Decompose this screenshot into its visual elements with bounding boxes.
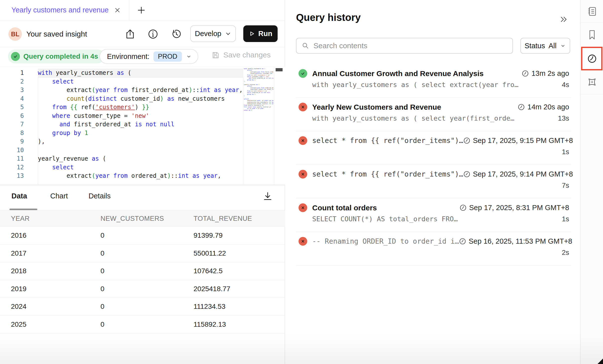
code-line[interactable]: 4 count(distinct customer_id) as new_cus… (0, 94, 243, 103)
status-filter-label: Status (525, 42, 545, 50)
table-cell: 115892.13 (194, 320, 285, 328)
tab-title: Yearly customers and revenue (11, 6, 109, 14)
table-cell: 111234.53 (194, 303, 285, 311)
status-success-icon (299, 69, 307, 78)
code-text: and first_ordered_at is not null (29, 121, 174, 128)
info-icon[interactable] (147, 28, 159, 40)
history-item-title: select * from {{ ref("order_items")… (312, 170, 463, 178)
status-error-icon (299, 103, 307, 111)
status-error-icon (299, 203, 307, 212)
history-clock-icon[interactable] (586, 53, 598, 65)
history-item[interactable]: Yearly New Customers and Revenue14m 20s … (296, 98, 571, 131)
code-text: with yearly_customers as ( (29, 69, 131, 76)
share-icon[interactable] (124, 28, 136, 40)
insight-title: Your saved insight (26, 30, 87, 38)
tab-data[interactable]: Data (11, 192, 27, 200)
code-text: select (29, 78, 74, 85)
editor-minimap[interactable]: with yearly_customers as ( select extrac… (244, 68, 274, 184)
code-line[interactable]: 2 select (0, 77, 243, 86)
line-number: 12 (0, 164, 29, 171)
develop-dropdown[interactable]: Develop (190, 25, 236, 42)
minimap-line: order by 1 (244, 109, 274, 111)
history-item-duration: 2s (562, 249, 569, 257)
code-line[interactable]: 11yearly_revenue as ( (0, 154, 243, 163)
history-item-time: Sep 16, 2025, 11:53 PM GMT+8 (459, 237, 572, 245)
table-cell: 0 (100, 249, 194, 257)
column-header: NEW_CUSTOMERS (100, 215, 194, 223)
history-item-time: 13m 2s ago (522, 69, 569, 78)
history-item-duration: 1s (562, 215, 569, 223)
panel-title: Query history (296, 12, 361, 23)
run-button[interactable]: Run (243, 25, 278, 42)
save-changes-button[interactable]: Save changes (211, 50, 271, 59)
history-item-time: 14m 20s ago (518, 103, 569, 111)
success-check-icon (11, 52, 20, 61)
search-input[interactable] (313, 42, 507, 50)
version-history-icon[interactable] (171, 28, 182, 40)
table-row: 20170550011.22 (0, 245, 285, 263)
table-cell: 550011.22 (194, 249, 285, 257)
code-text: extract(year from first_ordered_at)::int… (29, 87, 243, 93)
search-icon (302, 42, 309, 50)
status-filter-dropdown[interactable]: Status All (520, 38, 570, 54)
history-controls: Status All (296, 38, 570, 54)
code-line[interactable]: 9), (0, 137, 243, 146)
insight-header: BL Your saved insight Develop Run (0, 20, 285, 47)
environment-dropdown[interactable]: Environment: PROD (100, 49, 198, 64)
history-item[interactable]: Annual Customer Growth and Revenue Analy… (296, 64, 571, 98)
code-line[interactable]: 5 from {{ ref('customers') }} (0, 103, 243, 112)
editor-scrollbar[interactable] (274, 67, 285, 184)
tab-chart[interactable]: Chart (50, 192, 68, 200)
line-number: 2 (0, 78, 29, 85)
tab-yearly-customers-and-revenue[interactable]: Yearly customers and revenue (0, 0, 129, 20)
bookmark-icon[interactable] (586, 29, 598, 41)
query-status-text: Query completed in 4s (23, 52, 98, 60)
history-item[interactable]: -- Renaming ORDER_ID to order_id i…Sep 1… (296, 232, 571, 266)
collapse-panel-icon[interactable] (559, 14, 569, 24)
scrollbar-thumb[interactable] (276, 68, 283, 71)
query-status-badge: Query completed in 4s (8, 49, 104, 63)
line-number: 11 (0, 155, 29, 162)
close-tab-icon[interactable] (114, 7, 121, 13)
results-table: YEARNEW_CUSTOMERSTOTAL_REVENUE2016091399… (0, 210, 285, 333)
code-text: ), (29, 138, 45, 145)
table-cell: 2016 (11, 231, 100, 239)
history-item[interactable]: select * from {{ ref("order_items")…Sep … (296, 165, 571, 198)
table-cell: 2025418.77 (194, 285, 285, 293)
chevron-down-icon (225, 31, 231, 37)
notebook-icon[interactable] (586, 5, 598, 17)
table-cell: 2019 (11, 285, 100, 293)
column-header: TOTAL_REVENUE (194, 215, 285, 223)
history-list: Annual Customer Growth and Revenue Analy… (296, 64, 571, 266)
code-line[interactable]: 7 and first_ordered_at is not null (0, 120, 243, 129)
environment-value-badge: PROD (153, 51, 182, 62)
table-cell: 2018 (11, 267, 100, 275)
new-tab-button[interactable] (136, 5, 147, 16)
code-line[interactable]: 8 group by 1 (0, 129, 243, 137)
status-error-icon (299, 136, 307, 145)
history-item[interactable]: select * from {{ ref("order_items")…Sep … (296, 131, 571, 165)
history-item[interactable]: Count total ordersSep 17, 2025, 8:31 PM … (296, 198, 571, 232)
history-item-time: Sep 17, 2025, 9:14 PM GMT+8 (463, 170, 573, 178)
table-row: 20240111234.53 (0, 298, 285, 316)
tab-details[interactable]: Details (89, 192, 111, 200)
sql-code-editor[interactable]: 1with yearly_customers as (2 select3 ext… (0, 67, 285, 184)
code-line[interactable]: 13 extract(year from ordered_at)::int as… (0, 172, 243, 180)
history-item-sql-preview: with yearly_customers as ( select extrac… (312, 81, 518, 89)
code-text: yearly_revenue as ( (29, 155, 106, 162)
code-line[interactable]: 1with yearly_customers as ( (0, 69, 243, 77)
history-item-sql-preview: SELECT COUNT(*) AS total_orders FRO… (312, 215, 458, 223)
code-line[interactable]: 12 select (0, 163, 243, 172)
rail-divider (581, 22, 603, 23)
code-line[interactable]: 10 (0, 146, 243, 155)
code-line[interactable]: 3 extract(year from first_ordered_at)::i… (0, 86, 243, 94)
code-line[interactable]: 6 where customer_type = 'new' (0, 112, 243, 120)
table-cell: 0 (100, 303, 194, 311)
download-icon[interactable] (262, 191, 273, 202)
search-box[interactable] (296, 38, 513, 54)
explore-icon[interactable] (586, 76, 598, 88)
table-cell: 107642.5 (194, 267, 285, 275)
history-item-title: -- Renaming ORDER_ID to order_id i… (312, 237, 459, 245)
line-number: 5 (0, 104, 29, 111)
code-lines[interactable]: 1with yearly_customers as (2 select3 ext… (0, 69, 243, 180)
